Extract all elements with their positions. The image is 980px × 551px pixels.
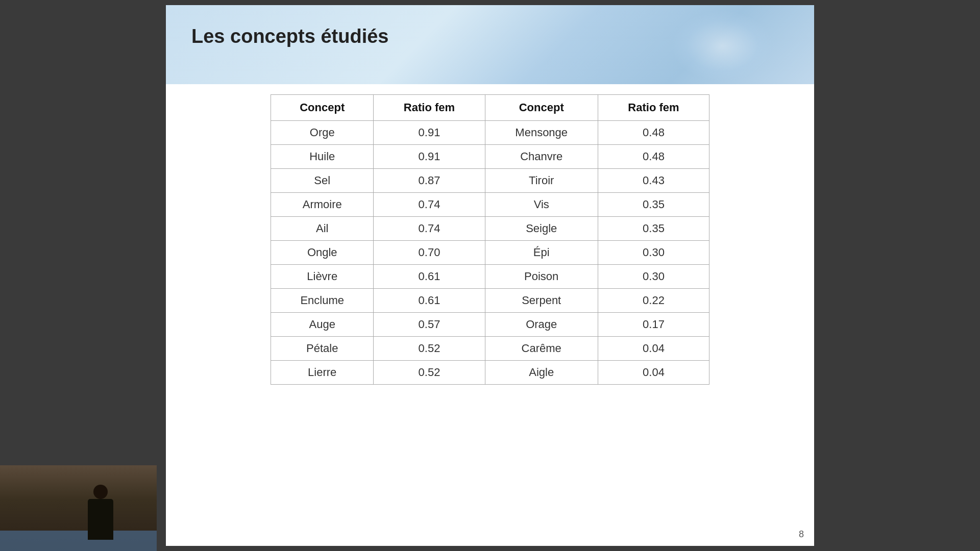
concept2-cell: Aigle xyxy=(485,361,598,385)
table-row: Orge0.91Mensonge0.48 xyxy=(271,121,709,145)
ratio2-cell: 0.35 xyxy=(598,217,709,241)
ratio2-cell: 0.04 xyxy=(598,337,709,361)
ratio1-cell: 0.57 xyxy=(374,313,485,337)
ratio1-cell: 0.91 xyxy=(374,121,485,145)
ratio2-cell: 0.04 xyxy=(598,361,709,385)
ratio1-cell: 0.70 xyxy=(374,241,485,265)
ratio1-cell: 0.61 xyxy=(374,265,485,289)
ratio2-cell: 0.22 xyxy=(598,289,709,313)
header-ratio2: Ratio fem xyxy=(598,95,709,121)
concept1-cell: Auge xyxy=(271,313,374,337)
ratio1-cell: 0.61 xyxy=(374,289,485,313)
concept2-cell: Carême xyxy=(485,337,598,361)
concept2-cell: Chanvre xyxy=(485,145,598,169)
webcam-feed xyxy=(0,465,157,551)
table-decoration xyxy=(0,531,157,551)
ratio2-cell: 0.30 xyxy=(598,265,709,289)
concepts-table: Concept Ratio fem Concept Ratio fem Orge… xyxy=(271,94,709,385)
page-number: 8 xyxy=(799,529,804,540)
table-row: Auge0.57Orage0.17 xyxy=(271,313,709,337)
table-row: Lierre0.52Aigle0.04 xyxy=(271,361,709,385)
ratio2-cell: 0.17 xyxy=(598,313,709,337)
concept1-cell: Huile xyxy=(271,145,374,169)
concept1-cell: Lièvre xyxy=(271,265,374,289)
slide-body: Concept Ratio fem Concept Ratio fem Orge… xyxy=(166,84,814,546)
ratio2-cell: 0.35 xyxy=(598,193,709,217)
concept1-cell: Orge xyxy=(271,121,374,145)
table-row: Huile0.91Chanvre0.48 xyxy=(271,145,709,169)
slide: Les concepts étudiés Concept Ratio fem C… xyxy=(166,5,814,546)
ratio2-cell: 0.43 xyxy=(598,169,709,193)
slide-title: Les concepts étudiés xyxy=(191,26,789,47)
table-row: Enclume0.61Serpent0.22 xyxy=(271,289,709,313)
concept1-cell: Lierre xyxy=(271,361,374,385)
person-body xyxy=(88,499,113,540)
concept1-cell: Pétale xyxy=(271,337,374,361)
ratio1-cell: 0.52 xyxy=(374,337,485,361)
concept2-cell: Vis xyxy=(485,193,598,217)
webcam-overlay xyxy=(0,465,157,551)
concept1-cell: Ongle xyxy=(271,241,374,265)
table-header-row: Concept Ratio fem Concept Ratio fem xyxy=(271,95,709,121)
person-silhouette xyxy=(85,485,116,551)
ratio2-cell: 0.30 xyxy=(598,241,709,265)
concept2-cell: Mensonge xyxy=(485,121,598,145)
table-row: Ongle0.70Épi0.30 xyxy=(271,241,709,265)
person-head xyxy=(93,485,108,499)
table-row: Sel0.87Tiroir0.43 xyxy=(271,169,709,193)
table-row: Lièvre0.61Poison0.30 xyxy=(271,265,709,289)
header-concept1: Concept xyxy=(271,95,374,121)
concept2-cell: Orage xyxy=(485,313,598,337)
ratio1-cell: 0.91 xyxy=(374,145,485,169)
header-concept2: Concept xyxy=(485,95,598,121)
ratio1-cell: 0.87 xyxy=(374,169,485,193)
ratio1-cell: 0.74 xyxy=(374,193,485,217)
ratio1-cell: 0.74 xyxy=(374,217,485,241)
table-row: Pétale0.52Carême0.04 xyxy=(271,337,709,361)
concept2-cell: Seigle xyxy=(485,217,598,241)
concept1-cell: Armoire xyxy=(271,193,374,217)
concept1-cell: Ail xyxy=(271,217,374,241)
ratio1-cell: 0.52 xyxy=(374,361,485,385)
ratio2-cell: 0.48 xyxy=(598,121,709,145)
header-ratio1: Ratio fem xyxy=(374,95,485,121)
table-row: Ail0.74Seigle0.35 xyxy=(271,217,709,241)
concept1-cell: Sel xyxy=(271,169,374,193)
concept2-cell: Serpent xyxy=(485,289,598,313)
ratio2-cell: 0.48 xyxy=(598,145,709,169)
concept1-cell: Enclume xyxy=(271,289,374,313)
concept2-cell: Poison xyxy=(485,265,598,289)
slide-header: Les concepts étudiés xyxy=(166,5,814,84)
concept2-cell: Tiroir xyxy=(485,169,598,193)
concept2-cell: Épi xyxy=(485,241,598,265)
table-row: Armoire0.74Vis0.35 xyxy=(271,193,709,217)
